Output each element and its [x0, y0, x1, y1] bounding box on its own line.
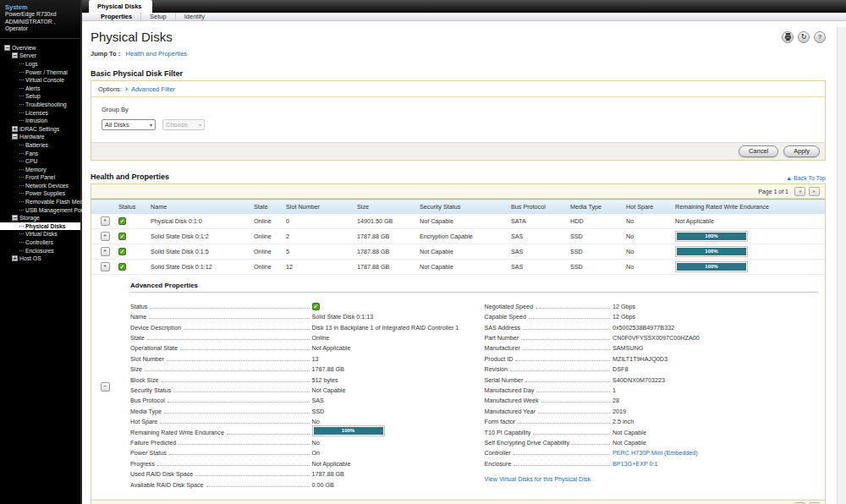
sidebar-item-alerts[interactable]: Alerts [0, 84, 80, 92]
sidebar-item-power-supplies[interactable]: Power Supplies [0, 189, 80, 198]
property-value: 0x5002538B4977B332 [613, 324, 818, 331]
tab-physical-disks[interactable]: Physical Disks [89, 0, 152, 13]
tree-connector [19, 185, 24, 186]
apply-button[interactable]: Apply [783, 145, 820, 157]
tree-connector [19, 72, 24, 73]
page-next-button[interactable]: ► [809, 187, 820, 196]
expander-column-header [91, 200, 117, 215]
sidebar-item-front-panel[interactable]: Front Panel [0, 173, 80, 182]
sidebar-item-cpu[interactable]: CPU [0, 157, 80, 166]
refresh-icon[interactable]: ↻ [798, 31, 810, 43]
collapse-icon[interactable]: − [12, 134, 18, 140]
options-label: Options: [98, 85, 122, 93]
back-to-top-link[interactable]: ▲ Back To Top [786, 175, 826, 181]
choose-select[interactable]: Choose ▾ [162, 119, 205, 130]
sidebar-item-label: Hardware [19, 134, 44, 140]
collapse-icon[interactable]: − [4, 45, 10, 51]
tree-connector [19, 242, 24, 243]
property-label: Slot Number [130, 355, 164, 363]
col-bus-protocol: Bus Protocol [509, 200, 569, 215]
tree-connector [19, 193, 24, 194]
sidebar-item-overview[interactable]: −Overview [0, 44, 80, 52]
collapse-row-button[interactable]: − [101, 382, 110, 392]
leader-dots [157, 465, 310, 466]
sidebar-item-network-devices[interactable]: Network Devices [0, 182, 80, 190]
endurance-bar: 100% [312, 425, 385, 436]
help-icon[interactable]: ? [814, 31, 826, 43]
leader-dots [145, 370, 310, 371]
leader-dots [515, 360, 610, 361]
property-value-link[interactable]: BP13G+EXP 0:1 [613, 460, 658, 468]
property-label: Revision [485, 365, 508, 373]
sidebar-item-usb-management-port[interactable]: USB Management Port [0, 205, 80, 214]
collapse-icon[interactable]: − [12, 52, 18, 58]
collapse-icon[interactable]: − [12, 215, 18, 221]
sidebar-item-enclosures[interactable]: Enclosures [0, 246, 80, 255]
expand-row-button[interactable]: + [101, 262, 110, 271]
subtab-identify[interactable]: Identify [176, 13, 213, 20]
endurance-bar: 100% [675, 261, 748, 272]
jump-to-link[interactable]: Health and Properties [126, 50, 188, 58]
property-value: 1787.88 GB [312, 365, 464, 373]
endurance-bar-value: 100% [314, 427, 383, 435]
property-label: Status [130, 303, 147, 310]
cell-state: Online [252, 259, 284, 274]
table-row: +✓Physical Disk 0:1:0Online014901.50 GBN… [91, 214, 825, 228]
sidebar-item-removable-flash-media[interactable]: Removable Flash Media [0, 198, 80, 206]
sidebar-item-batteries[interactable]: Batteries [0, 141, 80, 150]
expand-icon[interactable]: + [12, 126, 18, 132]
cell-slot: 5 [284, 244, 355, 259]
expand-row-button[interactable]: + [101, 232, 110, 241]
property-value[interactable]: PERC H730P Mini (Embedded) [613, 449, 818, 457]
sidebar-item-host-os[interactable]: +Host OS [0, 255, 80, 263]
sidebar-item-virtual-disks[interactable]: Virtual Disks [0, 230, 80, 238]
sidebar-item-label: Virtual Disks [25, 231, 58, 237]
leader-dots [572, 444, 610, 445]
view-virtual-disks-link[interactable]: View Virtual Disks for this Physical Dis… [485, 475, 591, 483]
nav-tree: −Overview−ServerLogsPower / ThermalVirtu… [0, 39, 80, 263]
sidebar-item-setup[interactable]: Setup [0, 92, 80, 101]
property-value: 1 [613, 386, 818, 394]
property-revision: RevisionDSF8 [485, 363, 819, 373]
subtab-setup[interactable]: Setup [141, 13, 176, 20]
sidebar-item-idrac-settings[interactable]: +iDRAC Settings [0, 124, 80, 133]
filter-panel: Options: › Advanced Filter Group By All … [91, 80, 826, 161]
sidebar-item-memory[interactable]: Memory [0, 165, 80, 173]
cell-size: 1787.88 GB [355, 228, 418, 244]
sidebar-item-troubleshooting[interactable]: Troubleshooting [0, 101, 80, 109]
property-value-link[interactable]: PERC H730P Mini (Embedded) [613, 449, 698, 457]
property-available-raid-disk-space: Available RAID Disk Space0.00 GB [130, 478, 464, 488]
property-self-encrypting-drive-capability: Self Encrypting Drive CapabilityNot Capa… [485, 436, 819, 446]
vertical-scrollbar[interactable] [837, 27, 846, 504]
cell-size: 14901.50 GB [355, 214, 418, 228]
print-icon[interactable] [782, 31, 794, 43]
sidebar-item-physical-disks[interactable]: Physical Disks [0, 222, 80, 231]
expand-icon[interactable]: + [12, 255, 18, 261]
property-negotiated-speed: Negotiated Speed12 Gbps [485, 300, 819, 310]
group-by-select[interactable]: All Disks ▾ [102, 119, 156, 130]
sidebar-item-server[interactable]: −Server [0, 52, 80, 60]
sidebar-item-intrusion[interactable]: Intrusion [0, 117, 80, 125]
sidebar-item-controllers[interactable]: Controllers [0, 238, 80, 247]
leader-dots [195, 475, 309, 476]
sidebar-item-licenses[interactable]: Licenses [0, 108, 80, 117]
expand-row-button[interactable]: + [101, 216, 110, 226]
expand-row-button[interactable]: + [101, 247, 110, 256]
page-prev-button[interactable]: ◄ [794, 187, 805, 196]
advanced-filter-link[interactable]: Advanced Filter [131, 85, 175, 93]
advanced-left-column: Status✓NameSolid State Disk 0:1:13Device… [130, 300, 464, 489]
sidebar-item-hardware[interactable]: −Hardware [0, 133, 80, 141]
sidebar-item-virtual-console[interactable]: Virtual Console [0, 76, 80, 85]
sidebar-item-logs[interactable]: Logs [0, 60, 80, 68]
sidebar-item-fans[interactable]: Fans [0, 149, 80, 157]
property-value[interactable]: BP13G+EXP 0:1 [613, 460, 818, 468]
sidebar-item-storage[interactable]: −Storage [0, 214, 80, 222]
cell-size: 1787.88 GB [355, 244, 418, 259]
cancel-button[interactable]: Cancel [739, 145, 778, 157]
sidebar-item-power-thermal[interactable]: Power / Thermal [0, 68, 80, 76]
property-value: 12 Gbps [613, 303, 818, 310]
property-label: Manufactured Day [485, 386, 535, 394]
property-label: Manufactured Year [485, 408, 536, 415]
subtab-properties[interactable]: Properties [92, 13, 141, 20]
col-security-status: Security Status [418, 200, 509, 215]
